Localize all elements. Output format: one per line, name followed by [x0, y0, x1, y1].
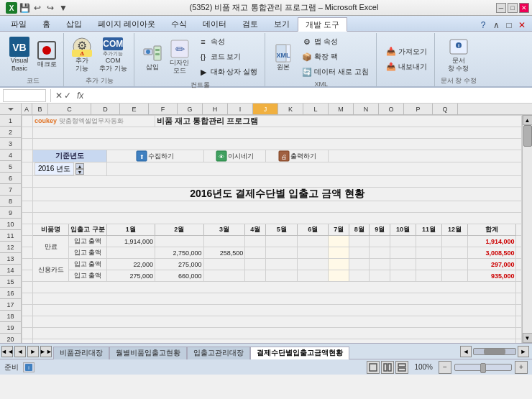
zoom-slider[interactable] — [454, 364, 512, 371]
m9-r13[interactable] — [370, 259, 390, 270]
zoom-out-button[interactable]: − — [439, 361, 451, 374]
cell-b2[interactable] — [33, 127, 522, 139]
import-button[interactable]: 📥 가져오기 — [382, 45, 430, 59]
zoom-slider-thumb[interactable] — [480, 363, 486, 373]
sheet-tab-4[interactable]: 결제수단별입출고금액현황 — [250, 347, 349, 359]
m5-r12[interactable] — [266, 247, 297, 259]
cell-q11[interactable] — [516, 236, 522, 247]
cell-a8[interactable] — [22, 201, 33, 213]
resize-btn[interactable]: □ — [503, 19, 515, 31]
view-code-button[interactable]: {} 코드 보기 — [195, 50, 261, 64]
tab-formulas[interactable]: 수식 — [163, 17, 195, 31]
m10-r11[interactable] — [390, 236, 416, 247]
tab-review[interactable]: 검토 — [234, 17, 266, 31]
m4-r11[interactable] — [245, 236, 266, 247]
name-box[interactable] — [3, 89, 46, 102]
m12-r13[interactable] — [441, 259, 467, 270]
year-label-cell[interactable]: 기준년도 — [33, 150, 107, 162]
redo-qat-button[interactable]: ↪ — [45, 2, 56, 14]
map-props-button[interactable]: ⚙ 맵 속성 — [298, 35, 372, 49]
cell-a6[interactable] — [22, 176, 33, 188]
cell-b1[interactable]: coukey 맞춤형엑셀업무자동화 — [33, 116, 155, 127]
minimize-button[interactable]: ─ — [496, 3, 506, 13]
row17[interactable] — [33, 305, 516, 316]
macro-button[interactable]: 매크로 — [35, 38, 59, 70]
cell-q14[interactable] — [516, 270, 522, 282]
row4-rest[interactable] — [329, 150, 522, 162]
run-dialog-button[interactable]: ▶ 대화 상자 실행 — [195, 65, 261, 79]
m1-r14[interactable]: 275,000 — [106, 270, 155, 282]
m8-r14[interactable] — [349, 270, 370, 282]
vertical-scrollbar[interactable]: ▲ ▼ — [522, 115, 532, 343]
scroll-thumb[interactable] — [523, 125, 532, 147]
m5-r13[interactable] — [266, 259, 297, 270]
cell-b3[interactable] — [33, 139, 522, 150]
tab-file[interactable]: 파일 — [3, 17, 35, 31]
year-spinner[interactable]: ▲ ▼ — [75, 163, 84, 175]
m7-r12[interactable] — [329, 247, 349, 259]
m7-r14[interactable] — [329, 270, 349, 282]
m2-r13[interactable]: 275,000 — [155, 259, 204, 270]
m1-r13[interactable]: 22,000 — [106, 259, 155, 270]
cell-a3[interactable] — [22, 139, 33, 150]
toolbar-2-cell[interactable]: 👁 이시네기 — [203, 150, 266, 162]
m7-r13[interactable] — [329, 259, 349, 270]
maximize-button[interactable]: □ — [508, 3, 518, 13]
m12-r12[interactable] — [441, 247, 467, 259]
row15[interactable] — [33, 282, 516, 293]
row8[interactable] — [33, 201, 522, 213]
save-qat-button[interactable]: 💾 — [19, 2, 30, 14]
m6-r14[interactable] — [297, 270, 328, 282]
help-button[interactable]: ? — [477, 19, 489, 31]
m5-r14[interactable] — [266, 270, 297, 282]
tab-page-layout[interactable]: 페이지 레이아웃 — [90, 17, 163, 31]
row9[interactable] — [33, 213, 522, 224]
cell-a11[interactable] — [22, 236, 33, 247]
sheet-nav-first[interactable]: ◄◄ — [1, 346, 13, 357]
select-all-button[interactable] — [0, 104, 22, 115]
m3-r14[interactable] — [203, 270, 245, 282]
cell-e1-q1[interactable]: 비품 재고 통합관리 프로그램 — [155, 116, 522, 127]
m11-r11[interactable] — [416, 236, 441, 247]
m3-r12[interactable]: 258,500 — [203, 247, 245, 259]
m2-r11[interactable] — [155, 236, 204, 247]
design-mode-button[interactable]: ✏ 디자인모드 — [168, 37, 192, 77]
spin-down-button[interactable]: ▼ — [75, 169, 84, 175]
hscroll-thumb[interactable] — [484, 349, 505, 354]
tab-insert[interactable]: 삽입 — [58, 17, 90, 31]
scroll-up-button[interactable]: ▲ — [523, 115, 533, 125]
sheet-tab-3[interactable]: 입출고관리대장 — [187, 347, 250, 359]
m2-r14[interactable]: 660,000 — [155, 270, 204, 282]
page-break-view-button[interactable] — [395, 361, 408, 374]
row16[interactable] — [33, 293, 516, 305]
cell-q10[interactable] — [516, 224, 522, 236]
hscroll-left[interactable]: ◄ — [460, 346, 472, 357]
m1-r11[interactable]: 1,914,000 — [106, 236, 155, 247]
row19[interactable] — [33, 328, 516, 339]
m10-r13[interactable] — [390, 259, 416, 270]
com-addins-button[interactable]: COM 추가기능 COM추가 기능 — [97, 35, 129, 75]
sheet-nav-last[interactable]: ►► — [40, 346, 52, 357]
m6-r13[interactable] — [297, 259, 328, 270]
m12-r14[interactable] — [441, 270, 467, 282]
m12-r11[interactable] — [441, 236, 467, 247]
cell-q12[interactable] — [516, 247, 522, 259]
m8-r13[interactable] — [349, 259, 370, 270]
tab-data[interactable]: 데이터 — [195, 17, 234, 31]
tab-home[interactable]: 홈 — [35, 17, 58, 31]
year-value-cell[interactable]: ▲ ▼ — [33, 162, 107, 176]
year-input[interactable] — [35, 162, 74, 175]
modify-button[interactable]: i 문서창 수정 — [446, 35, 472, 75]
m8-r12[interactable] — [349, 247, 370, 259]
cell-a2[interactable] — [22, 127, 33, 139]
m4-r13[interactable] — [245, 259, 266, 270]
cell-a4[interactable] — [22, 150, 33, 162]
cell-a1[interactable] — [22, 116, 33, 127]
cell-a5[interactable] — [22, 162, 33, 176]
row5-rest[interactable] — [106, 162, 521, 176]
row6[interactable] — [33, 176, 522, 188]
formula-input[interactable] — [89, 89, 529, 102]
export-button[interactable]: 📤 내보내기 — [382, 60, 430, 74]
ribbon-close[interactable]: ✕ — [516, 19, 528, 31]
hscroll-track[interactable] — [473, 348, 516, 355]
